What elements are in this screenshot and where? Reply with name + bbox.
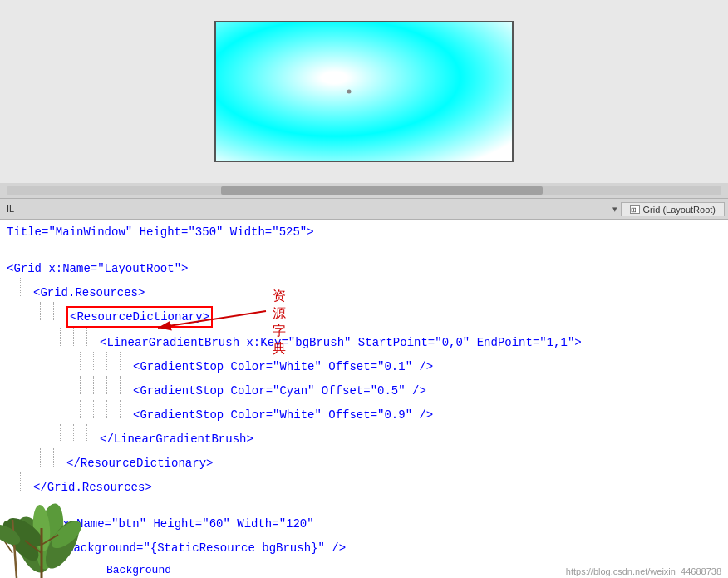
indent-guide <box>73 328 86 346</box>
code-line-14: <Button x:Name="btn" Height="60" Width="… <box>0 515 728 533</box>
code-line-11: </ResourceDictionary> <box>0 448 728 472</box>
indent-guide <box>20 472 33 491</box>
indent-guide <box>93 376 106 394</box>
indent-guide <box>40 302 53 320</box>
indent-guide <box>53 533 66 551</box>
code-text: <ResourceDictionary> <box>70 310 209 324</box>
code-text: <GradientStop Color="White" Offset="0.1"… <box>133 358 433 376</box>
scrollbar-track <box>7 186 721 195</box>
tab-bar: IL ▾ ⊞ Grid (LayoutRoot) <box>0 198 728 220</box>
indent-guide <box>20 278 33 296</box>
code-text: </ResourceDictionary> <box>66 454 213 472</box>
indent-guide <box>53 302 66 320</box>
tab-grid-layoutroot[interactable]: ⊞ Grid (LayoutRoot) <box>621 202 725 216</box>
main-layout: IL ▾ ⊞ Grid (LayoutRoot) Title="MainWind… <box>0 0 728 578</box>
indent-guide <box>86 424 100 442</box>
code-line-3: <Grid x:Name="LayoutRoot"> <box>0 259 728 278</box>
code-area: Title="MainWindow" Height="350" Width="5… <box>0 220 728 561</box>
background-label: Background <box>106 564 171 578</box>
code-text: <Grid x:Name="LayoutRoot"> <box>7 259 188 278</box>
indent-guide <box>120 352 133 370</box>
code-line-12: </Grid.Resources> <box>0 472 728 496</box>
indent-guide <box>106 352 120 370</box>
code-line-5: <ResourceDictionary> <box>0 302 728 328</box>
center-dot <box>347 90 352 94</box>
indent-guide <box>80 400 93 418</box>
indent-guide <box>60 328 73 346</box>
code-line-2 <box>0 241 728 259</box>
arrow-indicator: ▾ <box>612 204 617 215</box>
indent-guide <box>40 533 53 551</box>
indent-guide <box>120 400 133 418</box>
tab-label: Grid (LayoutRoot) <box>643 205 716 215</box>
code-text: Background="{StaticResource bgBrush}" /> <box>66 539 346 557</box>
indent-guide <box>93 352 106 370</box>
indent-guide <box>53 448 66 467</box>
scrollbar-thumb[interactable] <box>221 186 543 195</box>
watermark: https://blog.csdn.net/weixin_44688738 <box>566 566 721 576</box>
code-line-7: <GradientStop Color="White" Offset="0.1"… <box>0 352 728 376</box>
code-text: <GradientStop Color="White" Offset="0.9"… <box>133 406 433 424</box>
indent-guide <box>106 376 120 394</box>
code-text: <Grid.Resources> <box>33 284 145 302</box>
code-line-10: </LinearGradientBrush> <box>0 424 728 448</box>
indent-guide <box>80 376 93 394</box>
code-line-13 <box>0 496 728 515</box>
code-text: <LinearGradientBrush x:Key="bgBrush" Sta… <box>100 333 582 352</box>
code-line-9: <GradientStop Color="White" Offset="0.9"… <box>0 400 728 424</box>
code-text: </Grid.Resources> <box>33 478 152 496</box>
gradient-preview <box>214 21 514 162</box>
indent-guide <box>120 376 133 394</box>
code-text: </LinearGradientBrush> <box>100 430 253 448</box>
grid-icon: ⊞ <box>630 205 640 214</box>
indent-guide <box>80 352 93 370</box>
indent-guide <box>60 424 73 442</box>
code-section: Title="MainWindow" Height="350" Width="5… <box>0 220 728 578</box>
tab-left-label: IL <box>0 204 21 214</box>
indent-guide <box>86 328 100 346</box>
code-text: <GradientStop Color="Cyan" Offset="0.5" … <box>133 382 426 400</box>
indent-guide <box>40 448 53 467</box>
resource-dictionary-highlight: <ResourceDictionary> <box>66 306 213 328</box>
scrollbar-area[interactable] <box>0 183 728 198</box>
indent-guide <box>106 400 120 418</box>
code-line-1: Title="MainWindow" Height="350" Width="5… <box>0 223 728 241</box>
indent-guide <box>93 400 106 418</box>
code-line-4: <Grid.Resources> <box>0 278 728 302</box>
code-text: Title="MainWindow" Height="350" Width="5… <box>7 223 314 241</box>
code-text: <Button x:Name="btn" Height="60" Width="… <box>7 515 314 533</box>
preview-area <box>0 0 728 183</box>
code-line-6: <LinearGradientBrush x:Key="bgBrush" Sta… <box>0 328 728 352</box>
indent-guide <box>73 424 86 442</box>
code-line-8: <GradientStop Color="Cyan" Offset="0.5" … <box>0 376 728 400</box>
code-line-15: Background="{StaticResource bgBrush}" /> <box>0 533 728 557</box>
